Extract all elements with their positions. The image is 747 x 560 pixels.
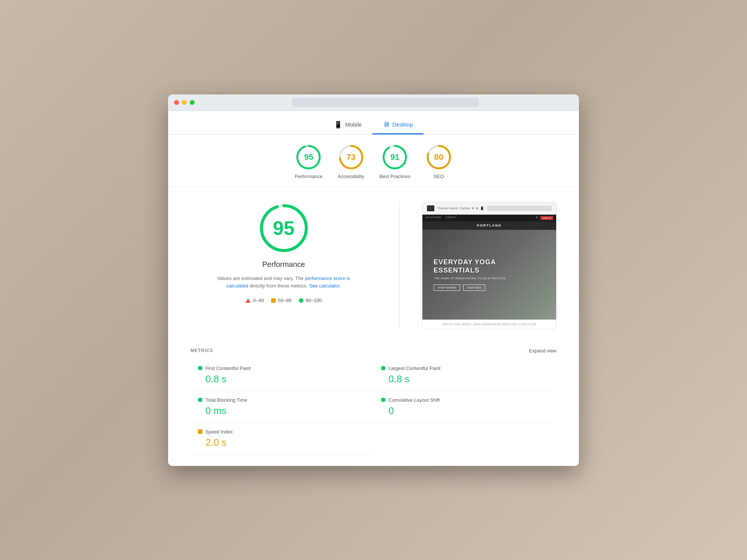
performance-label: Performance [295,174,322,179]
metric-fcp-label: First Contentful Paint [205,365,251,371]
nav-account-btn: SIGN IN [540,216,553,220]
metric-lcp-dot [381,366,385,370]
yoga-banner: EVERYDAY YOGA ESSENTIALS THE HOME OF BRE… [422,230,556,320]
score-best-practices[interactable]: 91 Best Practices [379,144,410,179]
main-content: 95 Performance Values are estimated and … [168,187,579,340]
nav-collections: COLLECTIONS [425,216,441,220]
score-performance[interactable]: 95 Performance [295,144,322,179]
nav-contact: CONTACT [446,216,456,220]
metric-lcp-header: Largest Contentful Paint [381,365,549,371]
seo-label: SEO [434,174,444,179]
best-practices-value: 91 [390,152,399,162]
score-description: Values are estimated and may vary. The p… [209,275,359,290]
metric-tbt-header: Total Blocking Time [198,397,366,403]
metrics-title: METRICS [190,348,213,353]
metric-tbt-dot [198,398,202,402]
metric-fcp-dot [198,366,202,370]
seo-circle: 80 [425,144,452,171]
yoga-buttons: SHOP WOMEN SHOP MEN [434,284,545,291]
green-circle-icon [299,298,303,303]
metric-fcp-value: 0.8 s [198,373,366,385]
calculator-link[interactable]: See calculator [309,283,340,289]
screenshot-preview: EVERYDAY YOGA ESSENTIALS THE HOME OF BRE… [422,230,556,320]
metric-si-label: Speed Index [205,429,233,435]
legend-orange: 50–89 [271,298,291,303]
metric-tbt: Total Blocking Time 0 ms [190,391,374,423]
score-accessibility[interactable]: 73 Accessibility [338,144,365,179]
best-practices-label: Best Practices [379,174,410,179]
legend-green: 90–100 [299,298,322,303]
screenshot-footer: WATCH THIS SPACE. GAIN SOMEWHERE NEW, FI… [422,320,556,329]
title-bar [168,94,579,111]
metric-si-value: 2.0 s [198,437,366,448]
tab-desktop[interactable]: 🖥 Desktop [372,117,424,134]
browser-window: 📱 Mobile 🖥 Desktop 95 Performance [168,94,579,466]
accessibility-label: Accessibility [338,174,364,179]
main-score-value: 95 [273,217,295,239]
screenshot-header: Theme Name: Parlour ▼ 🖥 📱 [422,202,556,215]
main-score-title: Performance [262,260,305,269]
metric-lcp-label: Largest Contentful Paint [388,365,440,371]
expand-view-button[interactable]: Expand view [529,348,557,354]
metric-cls-value: 0 [381,405,549,417]
mobile-icon: 📱 [334,121,342,129]
screenshot-container: Theme Name: Parlour ▼ 🖥 📱 COLLECTIONS CO… [422,202,557,329]
desktop-icon: 🖥 [383,121,390,128]
metric-cls-label: Cumulative Layout Shift [388,397,440,403]
nav-search: 🔍 [536,216,538,220]
score-seo[interactable]: 80 SEO [425,144,452,179]
metrics-header: METRICS Expand view [190,348,557,354]
metric-lcp-value: 0.8 s [381,373,549,385]
url-bar[interactable] [292,98,479,107]
performance-value: 95 [304,152,313,162]
metric-fcp: First Contentful Paint 0.8 s [190,360,374,391]
screenshot-nav: COLLECTIONS CONTACT 🔍 SIGN IN [422,215,556,221]
scores-row: 95 Performance 73 Accessibility [168,135,579,187]
yoga-subtitle: THE HOME OF BREATHWORK, FLOW & PRACTICE [434,277,545,280]
metric-cls-header: Cumulative Layout Shift [381,397,549,403]
metric-tbt-label: Total Blocking Time [205,397,247,403]
desc-start: Values are estimated and may vary. The [217,276,303,281]
tab-mobile[interactable]: 📱 Mobile [323,117,372,134]
seo-value: 80 [434,152,443,162]
metric-lcp: Largest Contentful Paint 0.8 s [374,360,557,391]
yoga-title-line2: ESSENTIALS [434,267,545,275]
legend: 0–49 50–89 90–100 [245,298,322,303]
yoga-title-line1: EVERYDAY YOGA [434,258,545,267]
metric-cls-dot [381,398,385,402]
metric-tbt-value: 0 ms [198,405,366,417]
metrics-section: METRICS Expand view First Contentful Pai… [168,340,579,466]
vertical-divider [399,202,400,329]
metric-si-dot [198,429,202,434]
nav-right: 🔍 SIGN IN [536,216,553,220]
best-practices-circle: 91 [381,144,408,171]
metric-fcp-header: First Contentful Paint [198,365,366,371]
legend-red: 0–49 [245,298,264,303]
shop-women-btn[interactable]: SHOP WOMEN [434,284,460,291]
accessibility-value: 73 [346,152,355,162]
tab-desktop-label: Desktop [393,121,413,128]
green-range-label: 90–100 [306,298,322,303]
screenshot-url: Theme Name: Parlour ▼ 🖥 📱 [437,206,484,210]
orange-square-icon [271,298,276,303]
metric-si: Speed Index 2.0 s [190,423,374,455]
performance-circle: 95 [295,144,322,171]
desc-mid: directly from these metrics. [249,283,309,289]
minimize-button[interactable] [182,100,187,105]
window-content: 📱 Mobile 🖥 Desktop 95 Performance [168,111,579,466]
orange-range-label: 50–89 [278,298,291,303]
right-panel: Theme Name: Parlour ▼ 🖥 📱 COLLECTIONS CO… [422,202,557,329]
store-name: PORTLAND [422,221,556,230]
close-button[interactable] [174,100,179,105]
shop-men-btn[interactable]: SHOP MEN [463,284,485,291]
left-panel: 95 Performance Values are estimated and … [190,202,377,329]
red-range-label: 0–49 [253,298,264,303]
yoga-text: EVERYDAY YOGA ESSENTIALS THE HOME OF BRE… [434,258,545,291]
screenshot-url-bar [487,206,552,211]
metric-cls: Cumulative Layout Shift 0 [374,391,557,423]
accessibility-circle: 73 [338,144,365,171]
tabs-section: 📱 Mobile 🖥 Desktop [168,111,579,135]
tab-mobile-label: Mobile [345,121,362,128]
screenshot-logo-icon [427,205,434,211]
maximize-button[interactable] [190,100,195,105]
